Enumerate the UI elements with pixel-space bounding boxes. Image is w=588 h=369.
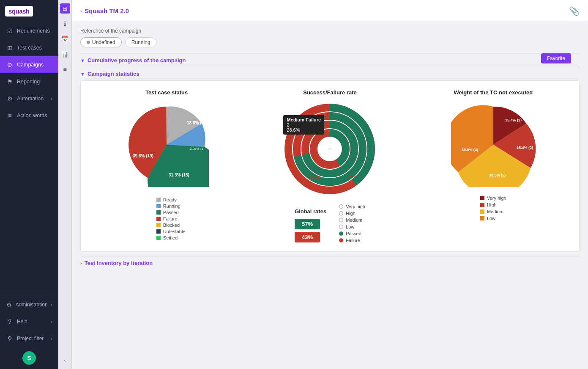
- legend-label: Failure: [163, 216, 178, 221]
- sidebar-item-automation[interactable]: ⚙ Automation ›: [0, 90, 58, 107]
- legend-label: Low: [346, 224, 354, 229]
- passed-rate-bar: 57%: [295, 219, 320, 229]
- settled-color: [156, 236, 161, 240]
- sidebar-navigation: ☑ Requirements ⊞ Test cases ⊙ Campaigns …: [0, 22, 58, 296]
- legend-passed-green: Passed: [339, 231, 365, 236]
- campaign-statistics-label: Campaign statistics: [88, 71, 139, 77]
- svg-text:15.4% (2): 15.4% (2): [517, 146, 533, 150]
- high-radio: [339, 211, 343, 215]
- admin-arrow: ›: [51, 303, 52, 307]
- svg-text:31.3% (15): 31.3% (15): [169, 173, 189, 177]
- test-case-legend: Ready Running Passed: [156, 197, 186, 240]
- legend-low-w: Low: [480, 216, 506, 221]
- passed-color: [156, 210, 161, 215]
- low-sq: [480, 216, 484, 220]
- svg-text:18.8% (9): 18.8% (9): [187, 121, 205, 125]
- avatar[interactable]: S: [22, 351, 36, 365]
- sidebar-item-help[interactable]: ? Help ›: [0, 313, 58, 330]
- legend-very-high-w: Very high: [480, 196, 506, 201]
- sidebar-item-requirements[interactable]: ☑ Requirements: [0, 22, 58, 39]
- failure-color: [156, 217, 161, 221]
- status-tab-running[interactable]: Running: [125, 37, 157, 47]
- campaigns-icon: ⊙: [6, 61, 14, 68]
- sidebar-item-label: Campaigns: [17, 62, 44, 68]
- legend-label: Failure: [346, 238, 360, 243]
- svg-text:☞: ☞: [328, 146, 332, 152]
- action-words-icon: ≡: [6, 112, 14, 119]
- undefined-dot: [87, 41, 90, 44]
- sidebar-item-campaigns[interactable]: ⊙ Campaigns: [0, 56, 58, 73]
- sidebar-item-action-words[interactable]: ≡ Action words: [0, 107, 58, 124]
- legend-label: Low: [487, 216, 495, 221]
- legend-high-w: High: [480, 202, 506, 207]
- favorite-button[interactable]: Favorite: [541, 53, 571, 63]
- untestable-color: [156, 229, 161, 234]
- topbar-right: 📎: [569, 6, 580, 16]
- test-inventory-label: Test inventory by iteration: [85, 260, 153, 266]
- legend-blocked: Blocked: [156, 223, 186, 228]
- status-tabs: Undefined Running: [80, 37, 580, 47]
- test-case-status-chart: Test case status: [89, 89, 244, 240]
- very-high-radio: [339, 204, 343, 209]
- svg-text:28.6%: 28.6%: [316, 120, 326, 124]
- success-failure-chart: Success/Failure rate Medium Failure 2 28…: [252, 89, 407, 243]
- reporting-icon: ⚑: [6, 78, 14, 85]
- running-color: [156, 204, 161, 208]
- content-wrapper: Favorite Reference of the campaign Undef…: [80, 28, 580, 270]
- paperclip-icon[interactable]: 📎: [569, 6, 580, 16]
- svg-text:2.08% (1): 2.08% (1): [190, 147, 205, 151]
- sidebar-item-test-cases[interactable]: ⊞ Test cases: [0, 39, 58, 56]
- sidebar-item-project-filter[interactable]: ⚲ Project filter ›: [0, 330, 58, 347]
- sidebar-item-label: Action words: [17, 113, 47, 118]
- sidebar-item-administration[interactable]: ⚙ Administration ›: [0, 296, 58, 313]
- failed-rate-bar: 43%: [295, 232, 320, 242]
- legend-label: High: [487, 202, 497, 207]
- calendar-icon[interactable]: 📅: [60, 34, 70, 44]
- failure-indicator: [339, 238, 343, 242]
- global-rates: Global rates 57% 43%: [295, 208, 326, 242]
- svg-text:15.4% (2): 15.4% (2): [505, 118, 522, 122]
- test-inventory-header[interactable]: › Test inventory by iteration: [80, 256, 580, 270]
- svg-text:39.6% (19): 39.6% (19): [133, 154, 153, 158]
- legend-label: Untestable: [163, 229, 186, 234]
- legend-high: High: [339, 211, 365, 216]
- legend-label: Ready: [163, 197, 177, 202]
- chart-icon[interactable]: 📊: [60, 49, 70, 59]
- sidebar-item-label: Requirements: [17, 28, 50, 34]
- cumulative-progress-header[interactable]: ▼ Cumulative progress of the campaign: [80, 53, 580, 67]
- campaign-statistics-header[interactable]: ▼ Campaign statistics: [80, 67, 580, 80]
- legend-label: Very high: [346, 204, 365, 209]
- status-tab-undefined[interactable]: Undefined: [80, 37, 122, 47]
- sidebar-item-label: Test cases: [17, 45, 42, 51]
- info-icon[interactable]: ℹ: [60, 19, 70, 29]
- sidebar-item-reporting[interactable]: ⚑ Reporting: [0, 73, 58, 90]
- legend-label: Medium: [346, 218, 362, 223]
- breadcrumb: › Squash TM 2.0: [80, 7, 129, 14]
- main-content: › Squash TM 2.0 📎 Favorite Reference of …: [72, 0, 588, 369]
- administration-icon: ⚙: [6, 301, 12, 308]
- collapse-button[interactable]: ‹: [60, 355, 70, 366]
- campaign-reference-label: Reference of the campaign: [80, 28, 580, 34]
- legend-passed: Passed: [156, 210, 186, 215]
- svg-text:60%: 60%: [349, 174, 356, 179]
- icon-strip: ⊞ ℹ 📅 📊 ≡ ‹: [58, 0, 72, 369]
- legend-untestable: Untestable: [156, 229, 186, 234]
- legend-ready: Ready: [156, 197, 186, 202]
- sidebar-logo: squash: [0, 0, 58, 22]
- legend-low: Low: [339, 224, 365, 229]
- passed-indicator: [339, 231, 343, 236]
- automation-arrow: ›: [51, 96, 52, 101]
- topbar: › Squash TM 2.0 📎: [72, 0, 588, 22]
- help-icon: ?: [6, 318, 14, 325]
- weight-chart: Weight of the TC not executed: [416, 89, 571, 221]
- test-case-status-pie: 18.8% (9) 8.33% (4) 39.6% (19) 31.3% (15…: [124, 102, 209, 187]
- svg-text:8.33% (4): 8.33% (4): [189, 132, 205, 136]
- weight-chart-title: Weight of the TC not executed: [454, 89, 533, 96]
- legend-running: Running: [156, 204, 186, 209]
- legend-medium-w: Medium: [480, 209, 506, 214]
- logo[interactable]: squash: [5, 6, 33, 17]
- status-tab-label: Running: [131, 39, 150, 45]
- statistics-section: Test case status: [80, 80, 580, 252]
- list-icon[interactable]: ≡: [60, 64, 70, 74]
- grid-view-icon[interactable]: ⊞: [60, 3, 70, 14]
